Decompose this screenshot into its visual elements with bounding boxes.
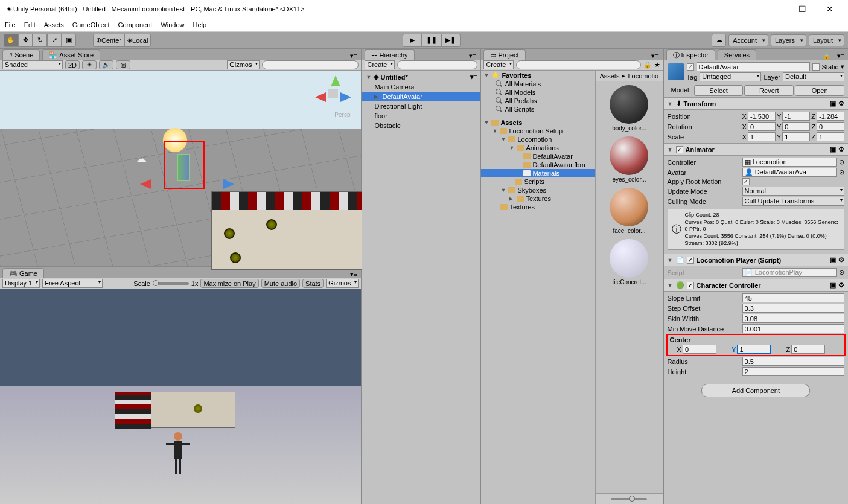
stats-button[interactable]: Stats: [302, 279, 324, 288]
picker-icon[interactable]: ⊙: [839, 158, 844, 166]
min-move-dist[interactable]: [742, 324, 844, 333]
gear-icon[interactable]: [838, 145, 844, 153]
rot-z[interactable]: [817, 122, 844, 131]
thumb-size-slider[interactable]: [611, 498, 647, 500]
fav-item[interactable]: All Models: [481, 88, 595, 97]
lock-icon[interactable]: 🔒: [820, 52, 834, 60]
maximize-button[interactable]: ☐: [789, 0, 816, 18]
layers-dropdown[interactable]: Layers: [771, 34, 806, 46]
char-ctrl-header[interactable]: ▼🟢✓ Character Controller▣: [664, 279, 848, 292]
help-icon[interactable]: ▣: [830, 256, 836, 264]
maximize-on-play[interactable]: Maximize on Play: [200, 279, 258, 288]
project-create[interactable]: Create: [483, 60, 514, 69]
menu-file[interactable]: File: [5, 21, 16, 28]
tag-dropdown[interactable]: Untagged: [700, 72, 761, 81]
update-mode-dropdown[interactable]: Normal: [742, 187, 844, 196]
panel-menu-icon[interactable]: ▾≡: [346, 270, 361, 278]
2d-toggle[interactable]: 2D: [65, 60, 80, 69]
gear-icon[interactable]: [838, 281, 844, 289]
script-field[interactable]: 📄 LocomotionPlay: [742, 268, 837, 277]
folder-item[interactable]: Textures: [481, 203, 595, 211]
hierarchy-item[interactable]: Directional Light: [362, 101, 480, 111]
pivot-center-button[interactable]: ⊕ Center: [93, 34, 124, 47]
mute-audio[interactable]: Mute audio: [261, 279, 300, 288]
scale-slider[interactable]: [153, 282, 189, 285]
gear-icon[interactable]: [838, 100, 844, 107]
fav-item[interactable]: All Materials: [481, 80, 595, 88]
picker-icon[interactable]: ⊙: [839, 269, 844, 276]
culling-mode-dropdown[interactable]: Cull Update Transforms: [742, 197, 844, 206]
lighting-toggle[interactable]: ☀: [82, 60, 97, 69]
select-button[interactable]: Select: [694, 85, 744, 96]
material-thumb[interactable]: body_color...: [599, 85, 658, 132]
game-gizmos-dropdown[interactable]: Gizmos: [326, 279, 359, 288]
scene-tab[interactable]: # Scene: [2, 49, 40, 60]
fav-item[interactable]: All Prefabs: [481, 97, 595, 105]
panel-menu-icon[interactable]: ▾≡: [648, 52, 662, 60]
pause-button[interactable]: ❚❚: [422, 34, 441, 47]
gear-icon[interactable]: [838, 256, 844, 264]
layer-dropdown[interactable]: Default: [783, 72, 844, 81]
center-z[interactable]: [791, 345, 825, 354]
favorites-root[interactable]: ▼⭐ Favorites: [481, 71, 595, 80]
menu-window[interactable]: Window: [161, 21, 184, 28]
height[interactable]: [742, 367, 844, 376]
account-dropdown[interactable]: Account: [728, 34, 768, 46]
help-icon[interactable]: ▣: [830, 145, 836, 153]
folder-item[interactable]: ▼ Skyboxes: [481, 186, 595, 194]
menu-help[interactable]: Help: [193, 21, 206, 28]
rot-y[interactable]: [782, 122, 810, 131]
root-motion-checkbox[interactable]: ✓: [742, 178, 750, 185]
active-checkbox[interactable]: ✓: [687, 63, 694, 71]
play-button[interactable]: ▶: [403, 34, 422, 47]
axis-gizmo[interactable]: [315, 75, 351, 112]
asset-store-tab[interactable]: 🏪 Asset Store: [42, 49, 100, 60]
close-button[interactable]: ✕: [816, 0, 843, 18]
material-thumb[interactable]: tileConcret...: [599, 239, 658, 285]
filter-icon[interactable]: ★: [654, 61, 660, 69]
menu-edit[interactable]: Edit: [24, 21, 36, 28]
revert-button[interactable]: Revert: [744, 85, 794, 96]
scene-viewport[interactable]: Persp ☁: [0, 71, 361, 266]
help-icon[interactable]: ▣: [830, 100, 836, 107]
scene-root[interactable]: ▼◈ Untitled*▾≡: [362, 72, 480, 82]
transform-header[interactable]: ▼⬇ Transform▣: [664, 97, 848, 110]
move-handle-z[interactable]: [223, 179, 234, 189]
folder-item[interactable]: ▼ Animations: [481, 144, 595, 152]
picker-icon[interactable]: ⊙: [839, 168, 844, 176]
aspect-dropdown[interactable]: Free Aspect: [42, 279, 103, 288]
animator-header[interactable]: ▼✓ Animator▣: [664, 143, 848, 156]
game-tab[interactable]: 🎮 Game: [2, 268, 44, 278]
static-checkbox[interactable]: [812, 63, 820, 71]
controller-field[interactable]: ▦ Locomotion: [742, 158, 837, 167]
menu-gameobject[interactable]: GameObject: [72, 21, 110, 28]
add-component-button[interactable]: Add Component: [701, 384, 810, 397]
static-dropdown-icon[interactable]: ▾: [841, 63, 844, 71]
rotate-tool[interactable]: ↻: [33, 34, 47, 47]
hierarchy-item-selected[interactable]: ▶DefaultAvatar: [362, 92, 480, 101]
center-x[interactable]: [683, 345, 716, 354]
menu-assets[interactable]: Assets: [44, 21, 64, 28]
move-tool[interactable]: ✥: [18, 34, 33, 47]
help-icon[interactable]: ▣: [830, 281, 836, 289]
hierarchy-tab[interactable]: ☷ Hierarchy: [365, 49, 414, 60]
material-thumb[interactable]: face_color...: [599, 188, 658, 234]
fx-toggle[interactable]: ▨: [116, 60, 130, 69]
pos-y[interactable]: [782, 112, 810, 121]
panel-menu-icon[interactable]: ▾≡: [346, 52, 361, 60]
scale-tool[interactable]: ⤢: [47, 34, 62, 47]
gameobject-name-input[interactable]: [697, 62, 810, 71]
layout-dropdown[interactable]: Layout: [809, 34, 844, 46]
services-tab[interactable]: Services: [718, 49, 756, 60]
scl-x[interactable]: [748, 132, 776, 141]
avatar-field[interactable]: 👤 DefaultAvatarAva: [742, 168, 837, 177]
project-search[interactable]: [516, 60, 640, 69]
hand-tool[interactable]: ✋: [4, 34, 18, 47]
open-button[interactable]: Open: [795, 85, 844, 96]
hierarchy-item[interactable]: Obstacle: [362, 121, 480, 130]
pos-x[interactable]: [748, 112, 776, 121]
game-viewport[interactable]: [0, 289, 361, 504]
folder-item[interactable]: Scripts: [481, 177, 595, 186]
display-dropdown[interactable]: Display 1: [2, 279, 40, 288]
material-thumb[interactable]: eyes_color...: [599, 136, 658, 183]
